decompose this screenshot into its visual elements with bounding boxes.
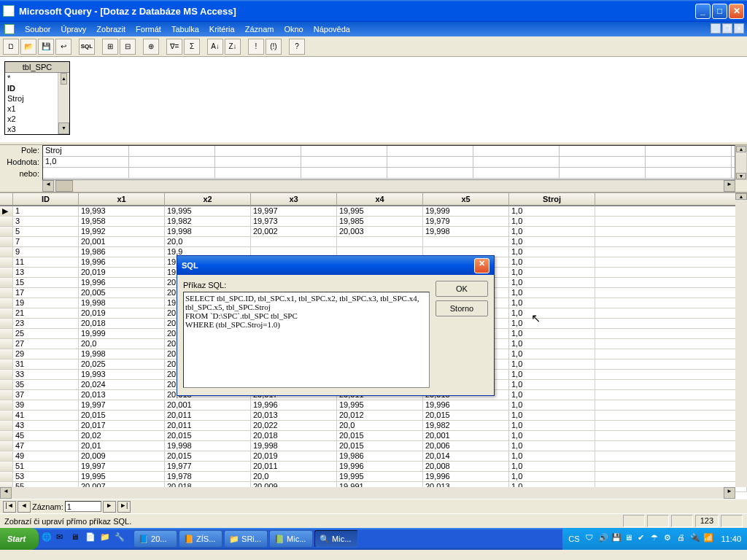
tb-filter[interactable]: ∇=	[166, 39, 182, 55]
dialog-close-button[interactable]: ✕	[474, 258, 489, 273]
tb-sql[interactable]: SQL	[79, 39, 95, 55]
tray-icon[interactable]: 🖥	[624, 533, 636, 545]
tb-return[interactable]: ↩	[55, 39, 71, 55]
ql-ie-icon[interactable]: 🌐	[42, 532, 55, 545]
crit-hodnota-1[interactable]: 1,0	[43, 157, 129, 167]
menu-upravy[interactable]: Úpravy	[61, 25, 86, 34]
tray-icon[interactable]: ☂	[651, 533, 662, 545]
table-row[interactable]: ▶119,99319,99519,99719,99519,9991,0	[0, 206, 747, 217]
row-selector[interactable]	[0, 319, 13, 328]
table-row[interactable]: 4320,01720,01120,02220,019,9821,0	[0, 421, 747, 431]
ql-desktop-icon[interactable]: 🖥	[71, 532, 84, 545]
tb-save[interactable]: 💾	[38, 39, 54, 55]
tb-sort-desc[interactable]: Z↓	[225, 39, 241, 55]
tb-run[interactable]: !	[248, 39, 264, 55]
tb-auto[interactable]: (!)	[266, 39, 282, 55]
criteria-hscroll[interactable]: ◄►	[42, 180, 735, 192]
tb-addtable[interactable]: ⊕	[143, 39, 159, 55]
table-row[interactable]: 5119,99719,97720,01119,99620,0081,0	[0, 462, 747, 472]
table-row[interactable]: 720,00120,01,0	[0, 237, 747, 247]
menu-zobrazit[interactable]: Zobrazit	[96, 25, 125, 34]
row-selector[interactable]	[0, 441, 13, 451]
tb-totals[interactable]: Σ	[184, 39, 200, 55]
col-x5[interactable]: x5	[423, 193, 509, 206]
storno-button[interactable]: Storno	[436, 300, 488, 316]
menu-soubor[interactable]: Soubor	[25, 25, 50, 34]
tray-icon[interactable]: ⚙	[664, 533, 676, 545]
tb-sort-asc[interactable]: A↓	[207, 39, 223, 55]
row-selector[interactable]	[0, 237, 13, 246]
row-selector[interactable]	[0, 359, 13, 369]
row-selector[interactable]: ▶	[0, 206, 13, 216]
tb-new[interactable]: 🗋	[3, 39, 19, 55]
tray-icon[interactable]: 🖨	[677, 533, 689, 545]
task-5[interactable]: 🔍 Mic...	[314, 530, 358, 548]
col-id[interactable]: ID	[13, 193, 79, 206]
row-selector[interactable]	[0, 370, 13, 379]
menu-format[interactable]: Formát	[136, 25, 161, 34]
row-selector[interactable]	[0, 257, 13, 267]
task-4[interactable]: 📗 Mic...	[269, 530, 313, 548]
nav-record-input[interactable]	[65, 501, 101, 512]
ql-app1-icon[interactable]: 📄	[85, 532, 98, 545]
nav-next[interactable]: ►	[103, 501, 116, 513]
row-selector[interactable]	[0, 227, 13, 236]
task-3[interactable]: 📁 SRi...	[224, 530, 268, 548]
table-row[interactable]: 3919,99720,00119,99619,99519,9961,0	[0, 400, 747, 411]
table-row[interactable]: 319,95819,98219,97319,98519,9791,0	[0, 217, 747, 227]
ql-app2-icon[interactable]: 📁	[100, 532, 113, 545]
ok-button[interactable]: OK	[436, 281, 488, 297]
close-button[interactable]: ✕	[729, 4, 744, 19]
crit-nebo-1[interactable]	[43, 168, 129, 178]
tray-icon[interactable]: ✔	[638, 533, 649, 545]
menu-okno[interactable]: Okno	[284, 25, 303, 34]
menu-zaznam[interactable]: Záznam	[245, 25, 274, 34]
tray-icon[interactable]: 🔊	[598, 533, 610, 545]
row-selector[interactable]	[0, 462, 13, 471]
tb-criteria[interactable]: ⊟	[120, 39, 136, 55]
selectall-corner[interactable]	[0, 193, 13, 206]
col-x4[interactable]: x4	[337, 193, 423, 206]
nav-prev[interactable]: ◄	[18, 501, 31, 513]
maximize-button[interactable]: □	[712, 4, 727, 19]
tb-tables[interactable]: ⊞	[102, 39, 118, 55]
start-button[interactable]: Start	[0, 528, 39, 550]
table-row[interactable]: 5319,99519,97820,019,99519,9961,0	[0, 472, 747, 482]
menu-kriteria[interactable]: Kritéria	[209, 25, 235, 34]
table-fieldlist[interactable]: tbl_SPC * ID Stroj x1 x2 x3	[4, 61, 70, 135]
row-selector[interactable]	[0, 421, 13, 430]
tray-icon[interactable]: 📶	[703, 533, 715, 545]
row-selector[interactable]	[0, 431, 13, 440]
row-selector[interactable]	[0, 411, 13, 420]
row-selector[interactable]	[0, 268, 13, 277]
row-selector[interactable]	[0, 390, 13, 400]
row-selector[interactable]	[0, 400, 13, 410]
tray-icon[interactable]: 🔌	[690, 533, 702, 545]
row-selector[interactable]	[0, 308, 13, 318]
mdi-min[interactable]: _	[711, 23, 721, 34]
criteria-vscroll[interactable]	[735, 145, 747, 180]
dialog-titlebar[interactable]: SQL ✕	[177, 256, 494, 275]
task-1[interactable]: 📘 20...	[133, 530, 177, 548]
tray-clock[interactable]: 11:40	[721, 534, 741, 543]
table-row[interactable]: 4520,0220,01520,01820,01520,0011,0	[0, 431, 747, 441]
crit-pole-1[interactable]: Stroj	[43, 146, 129, 156]
table-row[interactable]: 4920,00920,01520,01919,98620,0141,0	[0, 451, 747, 462]
row-selector[interactable]	[0, 298, 13, 308]
grid-hscroll[interactable]: ◄►	[0, 487, 735, 499]
menu-tabulka[interactable]: Tabulka	[171, 25, 199, 34]
row-selector[interactable]	[0, 278, 13, 287]
grid-vscroll[interactable]	[735, 193, 747, 487]
table-row[interactable]: 4120,01520,01120,01320,01220,0151,0	[0, 411, 747, 421]
table-row[interactable]: 519,99219,99820,00220,00319,9981,0	[0, 227, 747, 237]
fieldlist-scrollbar[interactable]	[58, 73, 69, 134]
mdi-close[interactable]: ×	[734, 23, 744, 34]
minimize-button[interactable]: _	[695, 4, 711, 19]
lang-indicator[interactable]: CS	[568, 534, 579, 543]
col-x3[interactable]: x3	[251, 193, 337, 206]
row-selector[interactable]	[0, 380, 13, 389]
ql-app3-icon[interactable]: 🔧	[115, 532, 128, 545]
nav-last[interactable]: ►|	[117, 501, 131, 513]
tb-open[interactable]: 📂	[20, 39, 36, 55]
row-selector[interactable]	[0, 339, 13, 349]
